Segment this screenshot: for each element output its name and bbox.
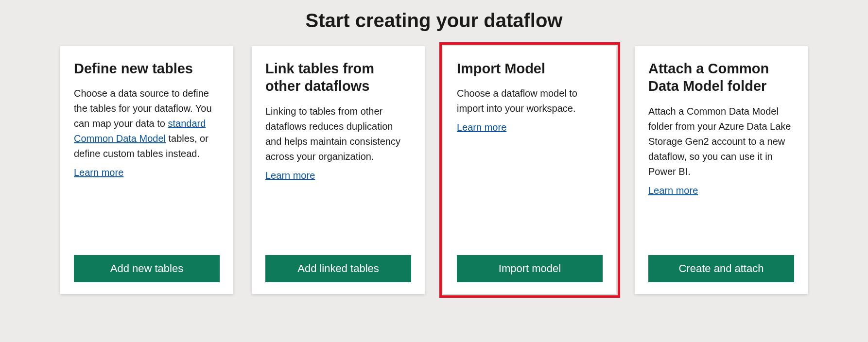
card-attach-cdm-folder: Attach a Common Data Model folder Attach… — [635, 46, 808, 294]
learn-more-link[interactable]: Learn more — [457, 122, 506, 133]
card-define-new-tables: Define new tables Choose a data source t… — [60, 46, 233, 294]
learn-more-link[interactable]: Learn more — [74, 167, 123, 178]
card-desc-text: Linking to tables from other dataflows r… — [265, 106, 400, 162]
learn-more-link[interactable]: Learn more — [648, 185, 698, 196]
card-import-model: Import Model Choose a dataflow model to … — [443, 46, 616, 294]
card-title: Attach a Common Data Model folder — [648, 60, 794, 95]
page-title: Start creating your dataflow — [0, 0, 868, 46]
card-title: Link tables from other dataflows — [265, 60, 411, 95]
card-description: Choose a data source to define the table… — [74, 86, 220, 161]
import-model-button[interactable]: Import model — [457, 255, 603, 282]
card-description: Attach a Common Data Model folder from y… — [648, 104, 794, 179]
add-new-tables-button[interactable]: Add new tables — [74, 255, 220, 282]
create-and-attach-button[interactable]: Create and attach — [648, 255, 794, 282]
card-desc-text: Attach a Common Data Model folder from y… — [648, 106, 791, 177]
card-description: Linking to tables from other dataflows r… — [265, 104, 411, 164]
card-description: Choose a dataflow model to import into y… — [457, 86, 603, 116]
card-title: Import Model — [457, 60, 603, 77]
cards-row: Define new tables Choose a data source t… — [0, 46, 868, 294]
card-link-tables: Link tables from other dataflows Linking… — [252, 46, 425, 294]
card-desc-text: Choose a dataflow model to import into y… — [457, 88, 577, 114]
card-title: Define new tables — [74, 60, 220, 77]
add-linked-tables-button[interactable]: Add linked tables — [265, 255, 411, 282]
learn-more-link[interactable]: Learn more — [265, 170, 315, 181]
